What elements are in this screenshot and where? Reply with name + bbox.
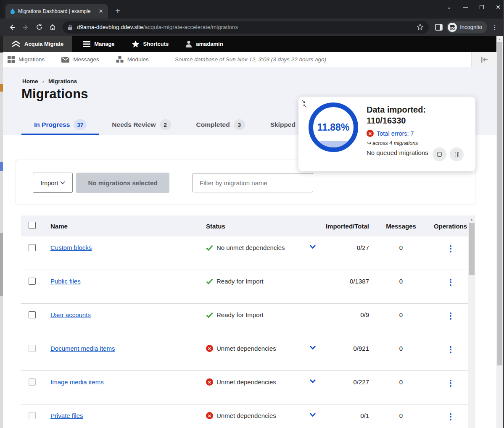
- manage-label: Manage: [94, 41, 114, 47]
- import-label: Import: [40, 179, 58, 186]
- nav-messages[interactable]: Messages: [55, 52, 105, 67]
- migration-link-public-files[interactable]: Public files: [50, 278, 81, 285]
- row-checkbox[interactable]: [29, 311, 36, 318]
- total-errors-link[interactable]: Total errors: 7: [377, 130, 414, 137]
- acquia-migrate-menu[interactable]: Acquia Migrate: [3, 36, 72, 52]
- url-text: d9ama-ddevblog.ddev.site/acquia-migrate-…: [77, 24, 417, 30]
- admin-toolbar: Acquia Migrate Manage Shortcuts amadamin: [3, 36, 496, 52]
- operations-kebab-icon[interactable]: [450, 378, 451, 388]
- manage-menu[interactable]: Manage: [76, 36, 121, 52]
- toolbar-collapse-button[interactable]: [471, 52, 496, 67]
- operations-kebab-icon[interactable]: [450, 345, 451, 354]
- browser-scroll-up-icon[interactable]: ▲: [496, 37, 503, 41]
- scroll-up-icon[interactable]: ▲: [468, 218, 475, 221]
- operations-kebab-icon[interactable]: [450, 278, 451, 287]
- chevron-down-icon[interactable]: [309, 345, 316, 350]
- browser-menu-icon[interactable]: ⋮: [489, 21, 501, 33]
- header-messages: Messages: [369, 223, 433, 230]
- nav-modules[interactable]: Modules: [110, 52, 155, 67]
- table-scrollbar[interactable]: ▲: [468, 215, 475, 428]
- status-cell: Ready for Import: [206, 278, 316, 285]
- nav-migrations-label: Migrations: [18, 56, 45, 63]
- progress-widget: ↘ ↖ 11.88% Data imported: 110/16330 ✕ To…: [298, 97, 475, 171]
- tab-close-icon[interactable]: ✕: [97, 8, 105, 15]
- migration-link-user-accounts[interactable]: User accounts: [50, 311, 91, 318]
- browser-scrollbar[interactable]: ▲: [496, 36, 503, 428]
- migration-link-private-files[interactable]: Private files: [50, 412, 83, 419]
- hamburger-icon: [83, 41, 90, 47]
- envelope-icon: [61, 57, 69, 63]
- row-checkbox[interactable]: [29, 244, 36, 251]
- close-window-icon[interactable]: ✕: [496, 4, 501, 11]
- widget-buttons: [433, 147, 464, 161]
- table-header-row: Name Status Imported/Total Messages Oper…: [21, 215, 468, 236]
- tab-title: Migrations Dashboard | example: [18, 8, 95, 14]
- data-imported-label: Data imported: 110/16330: [367, 104, 472, 126]
- status-label: Unmet dependencies: [216, 345, 276, 352]
- select-all-checkbox[interactable]: [29, 222, 36, 229]
- chevron-down-icon[interactable]: [309, 244, 316, 249]
- tab-completed[interactable]: Completed3: [184, 116, 258, 135]
- filter-input[interactable]: [193, 173, 313, 192]
- tab-count-badge: 3: [234, 119, 245, 130]
- stop-button[interactable]: [433, 147, 446, 161]
- shortcuts-menu[interactable]: Shortcuts: [125, 36, 176, 52]
- star-icon: [132, 40, 140, 48]
- check-icon: [206, 312, 213, 318]
- user-menu[interactable]: amadamin: [179, 36, 230, 52]
- migration-link-custom-blocks[interactable]: Custom blocks: [50, 244, 92, 251]
- imported-total-value: 0/921: [316, 337, 369, 352]
- breadcrumb-home-link[interactable]: Home: [22, 78, 38, 84]
- tab-search-chevron-icon[interactable]: ⌄: [447, 4, 451, 10]
- row-checkbox[interactable]: [29, 278, 36, 285]
- across-migrations-note: ↪ across 4 migrations: [367, 140, 472, 146]
- chevron-down-icon[interactable]: [309, 379, 316, 383]
- total-errors-row: ✕ Total errors: 7: [367, 130, 472, 137]
- reload-icon[interactable]: [33, 21, 45, 33]
- row-checkbox[interactable]: [29, 378, 36, 386]
- table-scrollbar-thumb[interactable]: [469, 223, 475, 275]
- stop-icon: [437, 152, 442, 157]
- tab-in-progress[interactable]: In Progress37: [21, 116, 99, 135]
- maximize-icon[interactable]: [480, 5, 484, 9]
- tab-label: In Progress: [34, 121, 70, 129]
- browser-tab[interactable]: Migrations Dashboard | example ✕: [5, 4, 108, 18]
- bookmark-star-icon[interactable]: [417, 24, 424, 31]
- operations-kebab-icon[interactable]: [450, 311, 451, 320]
- browser-scrollbar-thumb[interactable]: [497, 42, 502, 365]
- resize-handle-icon[interactable]: ↘ ↖: [301, 99, 307, 108]
- operations-kebab-icon[interactable]: [450, 412, 451, 421]
- tab-label: Completed: [196, 121, 230, 129]
- back-icon[interactable]: [6, 21, 18, 33]
- minimize-icon[interactable]: [463, 7, 468, 8]
- table-row: Custom blocksNo unmet dependencies0/270: [21, 236, 468, 270]
- migration-link-image-media-items[interactable]: Image media items: [50, 378, 104, 386]
- status-cell: ✕Unmet dependencies: [206, 378, 316, 386]
- data-imported-count: 110/16330: [367, 116, 406, 125]
- nav-migrations[interactable]: Migrations: [3, 52, 50, 67]
- double-chevron-up-icon: [11, 40, 21, 47]
- padlock-icon[interactable]: [68, 24, 73, 30]
- side-panel-icon[interactable]: [433, 21, 445, 33]
- chevron-down-icon[interactable]: [309, 412, 316, 417]
- home-icon[interactable]: [47, 21, 58, 33]
- row-checkbox[interactable]: [29, 345, 36, 352]
- pause-button[interactable]: [450, 147, 464, 161]
- collapse-left-icon: [480, 57, 488, 63]
- drupal-icon: [10, 8, 16, 15]
- migration-link-document-media-items[interactable]: Document media items: [50, 345, 115, 352]
- import-dropdown-button[interactable]: Import: [33, 173, 73, 193]
- forward-icon[interactable]: [20, 21, 32, 33]
- row-checkbox[interactable]: [29, 412, 36, 419]
- operations-kebab-icon[interactable]: [450, 244, 451, 253]
- error-icon: ✕: [206, 412, 213, 419]
- messages-count: 0: [369, 371, 433, 386]
- address-bar[interactable]: d9ama-ddevblog.ddev.site/acquia-migrate-…: [63, 21, 429, 34]
- source-database-note: Source database of Sun Nov 12, 3:03 (3 d…: [175, 56, 326, 63]
- table-row: Public filesReady for Import0/13870: [21, 270, 468, 304]
- new-tab-button[interactable]: +: [112, 6, 123, 16]
- user-icon: [185, 40, 192, 47]
- tab-count-badge: 2: [160, 119, 171, 130]
- messages-count: 0: [369, 304, 433, 318]
- tab-needs-review[interactable]: Needs Review2: [99, 116, 183, 135]
